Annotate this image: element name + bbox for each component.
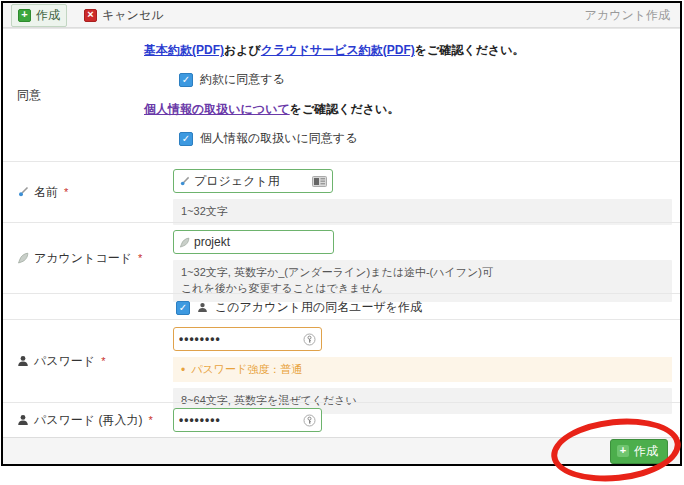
footer-bar: 作成 (3, 437, 680, 464)
privacy-policy-link[interactable]: 個人情報の取扱いについて (144, 102, 290, 116)
password-confirm-input[interactable] (179, 413, 299, 427)
create-button-bottom-label: 作成 (634, 443, 658, 460)
password-strength-message: • パスワード強度：普通 (173, 357, 672, 382)
same-user-row: このアカウント用の同名ユーザを作成 (3, 293, 680, 319)
required-mark: * (138, 252, 142, 264)
same-user-label: このアカウント用の同名ユーザを作成 (215, 299, 422, 316)
privacy-confirm-line: 個人情報の取扱いについてをご確認ください。 (144, 101, 672, 118)
required-mark: * (64, 186, 68, 198)
cancel-button[interactable]: キャンセル (77, 4, 170, 27)
name-input[interactable] (194, 174, 308, 188)
password-input-wrap (173, 327, 322, 351)
required-mark: * (148, 414, 152, 426)
consent-content: 基本約款(PDF)およびクラウドサービス約款(PDF)をご確認ください。 約款に… (144, 29, 680, 161)
password-field-area: • パスワード強度：普通 8~64文字, 英数字を混ぜてください (173, 320, 680, 402)
name-row: 名前 * 1~32文字 (3, 161, 680, 222)
name-field-area: 1~32文字 (173, 162, 680, 222)
terms-agree-label: 約款に同意する (200, 71, 285, 88)
terms-pdf-link[interactable]: 基本約款(PDF) (144, 43, 224, 57)
create-button-top[interactable]: 作成 (11, 4, 67, 27)
name-row-label: 名前 * (3, 162, 173, 222)
plus-icon (617, 445, 629, 457)
keyboard-icon (312, 176, 327, 187)
consent-row-label: 同意 (3, 29, 144, 161)
account-code-row-label: アカウントコード * (3, 223, 173, 293)
password-row-label: パスワード * (3, 320, 173, 402)
cloud-terms-pdf-link[interactable]: クラウドサービス約款(PDF) (261, 43, 415, 57)
account-create-window: 作成 キャンセル アカウント作成 同意 基本約款(PDF)およびクラウドサービス… (1, 1, 682, 466)
key-icon (303, 333, 316, 346)
create-button-bottom[interactable]: 作成 (610, 439, 668, 464)
feather-icon (17, 252, 29, 264)
user-icon (197, 302, 208, 313)
privacy-agree-line: 個人情報の取扱いに同意する (144, 130, 672, 147)
user-icon (17, 414, 29, 426)
same-user-line: このアカウント用の同名ユーザを作成 (173, 299, 672, 316)
name-input-wrap (173, 169, 333, 193)
cancel-icon (84, 9, 97, 22)
password-row: パスワード * • パスワード強度：普通 8~64文字, 英数字を混ぜてください (3, 319, 680, 402)
brush-icon (17, 186, 29, 198)
password-confirm-row-label: パスワード (再入力) * (3, 403, 173, 437)
password-confirm-input-wrap (173, 408, 322, 432)
account-code-input-wrap (173, 230, 334, 254)
terms-confirm-line: 基本約款(PDF)およびクラウドサービス約款(PDF)をご確認ください。 (144, 42, 672, 59)
brush-icon (179, 176, 190, 187)
password-confirm-row: パスワード (再入力) * (3, 402, 680, 437)
same-user-row-label (3, 294, 173, 319)
password-confirm-field-area (173, 403, 680, 437)
account-code-row: アカウントコード * 1~32文字, 英数字か_(アンダーライン)または途中-(… (3, 222, 680, 293)
same-user-field-area: このアカウント用の同名ユーザを作成 (173, 294, 680, 319)
user-icon (17, 355, 29, 367)
toolbar: 作成 キャンセル アカウント作成 (3, 3, 680, 28)
account-code-input[interactable] (194, 235, 328, 249)
consent-row: 同意 基本約款(PDF)およびクラウドサービス約款(PDF)をご確認ください。 … (3, 28, 680, 161)
feather-icon (179, 237, 190, 248)
key-icon (303, 414, 316, 427)
create-button-top-label: 作成 (36, 7, 60, 24)
terms-agree-line: 約款に同意する (144, 71, 672, 88)
account-code-field-area: 1~32文字, 英数字か_(アンダーライン)または途中-(ハイフン)可 これを後… (173, 223, 680, 293)
terms-agree-checkbox[interactable] (179, 73, 193, 87)
password-input[interactable] (179, 332, 299, 346)
cancel-button-label: キャンセル (102, 7, 163, 24)
privacy-agree-checkbox[interactable] (179, 132, 193, 146)
page-title: アカウント作成 (585, 7, 670, 24)
required-mark: * (101, 355, 105, 367)
same-user-checkbox[interactable] (176, 301, 190, 315)
privacy-agree-label: 個人情報の取扱いに同意する (200, 130, 357, 147)
add-icon (18, 9, 31, 22)
